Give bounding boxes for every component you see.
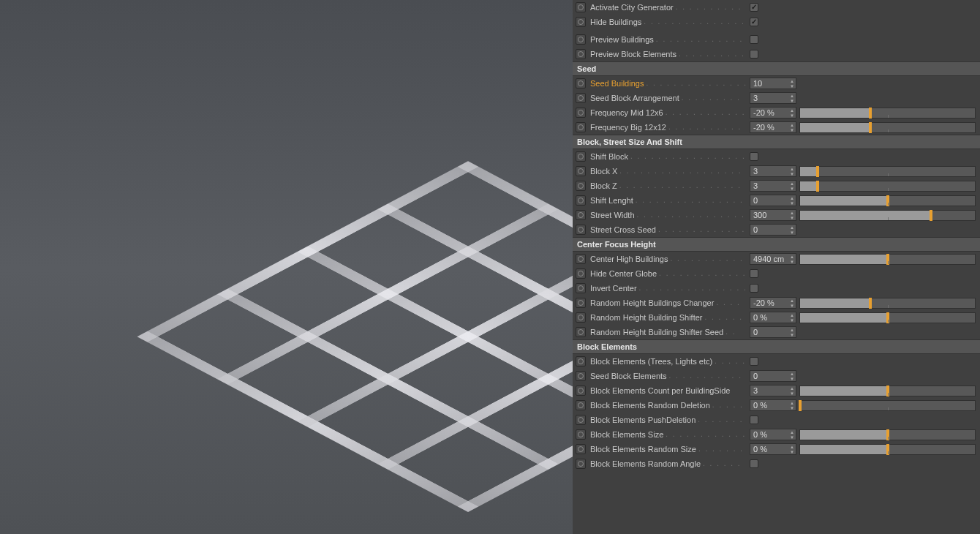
shift-block-checkbox[interactable] — [750, 152, 758, 161]
random-shifter-input[interactable]: 0 %▲▼ — [750, 312, 796, 323]
spinner-down-icon[interactable]: ▼ — [788, 435, 796, 440]
spinner-down-icon[interactable]: ▼ — [788, 259, 796, 264]
street-width-input[interactable]: 300▲▼ — [750, 209, 796, 221]
random-shifter-seed-input[interactable]: 0▲▼ — [750, 326, 796, 338]
elements-size-input[interactable]: 0 %▲▼ — [750, 429, 796, 440]
keyframe-icon[interactable] — [576, 386, 586, 396]
freq-big-input[interactable]: -20 %▲▼ — [750, 121, 796, 133]
random-size-slider[interactable] — [799, 444, 976, 455]
keyframe-icon[interactable] — [576, 49, 586, 59]
keyframe-icon[interactable] — [576, 181, 586, 191]
spinner-up-icon[interactable]: ▲ — [788, 108, 796, 113]
freq-big-slider[interactable] — [799, 122, 976, 133]
freq-mid-input[interactable]: -20 %▲▼ — [750, 107, 796, 119]
random-changer-slider[interactable] — [799, 298, 976, 309]
spinner-up-icon[interactable]: ▲ — [788, 195, 796, 200]
keyframe-icon[interactable] — [576, 356, 586, 366]
keyframe-icon[interactable] — [576, 166, 586, 176]
keyframe-icon[interactable] — [576, 93, 586, 103]
keyframe-icon[interactable] — [576, 371, 586, 381]
keyframe-icon[interactable] — [576, 210, 586, 220]
keyframe-icon[interactable] — [576, 459, 586, 469]
seed-block-arrangement-input[interactable]: 3▲▼ — [750, 92, 796, 104]
keyframe-icon[interactable] — [576, 312, 586, 323]
spinner-up-icon[interactable]: ▲ — [788, 386, 796, 391]
spinner-down-icon[interactable]: ▼ — [788, 449, 796, 454]
keyframe-icon[interactable] — [576, 17, 586, 27]
spinner-up-icon[interactable]: ▲ — [788, 327, 796, 332]
spinner-up-icon[interactable]: ▲ — [788, 181, 796, 186]
elements-size-slider[interactable] — [799, 429, 976, 440]
preview-block-elements-checkbox[interactable] — [750, 50, 758, 59]
keyframe-icon[interactable] — [576, 327, 586, 337]
freq-mid-slider[interactable] — [799, 108, 976, 119]
spinner-down-icon[interactable]: ▼ — [788, 186, 796, 191]
random-shifter-slider[interactable] — [799, 312, 976, 323]
street-cross-seed-input[interactable]: 0▲▼ — [750, 224, 796, 236]
spinner-down-icon[interactable]: ▼ — [788, 376, 796, 381]
keyframe-icon[interactable] — [576, 108, 586, 118]
spinner-down-icon[interactable]: ▼ — [788, 405, 796, 410]
spinner-up-icon[interactable]: ▲ — [788, 254, 796, 259]
keyframe-icon[interactable] — [576, 298, 586, 308]
seed-elements-input[interactable]: 0▲▼ — [750, 370, 796, 382]
spinner-up-icon[interactable]: ▲ — [788, 371, 796, 376]
spinner-up-icon[interactable]: ▲ — [788, 312, 796, 317]
keyframe-icon[interactable] — [576, 268, 586, 279]
spinner-up-icon[interactable]: ▲ — [788, 93, 796, 98]
spinner-down-icon[interactable]: ▼ — [788, 113, 796, 118]
random-deletion-input[interactable]: 0 %▲▼ — [750, 399, 796, 411]
block-z-input[interactable]: 3▲▼ — [750, 180, 796, 192]
spinner-down-icon[interactable]: ▼ — [788, 127, 796, 132]
keyframe-icon[interactable] — [576, 225, 586, 235]
count-per-side-input[interactable]: 3▲▼ — [750, 385, 796, 396]
street-width-slider[interactable] — [799, 210, 976, 221]
spinner-down-icon[interactable]: ▼ — [788, 171, 796, 176]
center-high-slider[interactable] — [799, 254, 976, 265]
keyframe-icon[interactable] — [576, 254, 586, 264]
keyframe-icon[interactable] — [576, 429, 586, 440]
random-deletion-slider[interactable] — [799, 400, 976, 411]
keyframe-icon[interactable] — [576, 283, 586, 293]
activate-checkbox[interactable] — [750, 3, 758, 12]
viewport[interactable] — [0, 0, 573, 534]
spinner-down-icon[interactable]: ▼ — [788, 83, 796, 89]
keyframe-icon[interactable] — [576, 415, 586, 425]
spinner-down-icon[interactable]: ▼ — [788, 215, 796, 220]
invert-center-checkbox[interactable] — [750, 284, 758, 293]
spinner-up-icon[interactable]: ▲ — [788, 298, 796, 303]
spinner-up-icon[interactable]: ▲ — [788, 166, 796, 171]
keyframe-icon[interactable] — [576, 78, 586, 89]
shift-length-slider[interactable] — [799, 195, 976, 206]
preview-buildings-checkbox[interactable] — [750, 35, 758, 44]
spinner-up-icon[interactable]: ▲ — [788, 122, 796, 127]
push-deletion-checkbox[interactable] — [750, 415, 758, 424]
random-size-input[interactable]: 0 %▲▼ — [750, 443, 796, 455]
spinner-up-icon[interactable]: ▲ — [788, 225, 796, 230]
spinner-up-icon[interactable]: ▲ — [788, 78, 796, 83]
keyframe-icon[interactable] — [576, 400, 586, 410]
spinner-down-icon[interactable]: ▼ — [788, 230, 796, 235]
keyframe-icon[interactable] — [576, 195, 586, 206]
block-x-slider[interactable] — [799, 166, 976, 177]
spinner-down-icon[interactable]: ▼ — [788, 391, 796, 396]
random-angle-checkbox[interactable] — [750, 459, 758, 468]
shift-length-input[interactable]: 0▲▼ — [750, 195, 796, 206]
spinner-down-icon[interactable]: ▼ — [788, 317, 796, 323]
keyframe-icon[interactable] — [576, 34, 586, 45]
spinner-down-icon[interactable]: ▼ — [788, 303, 796, 308]
keyframe-icon[interactable] — [576, 444, 586, 454]
block-x-input[interactable]: 3▲▼ — [750, 165, 796, 177]
keyframe-icon[interactable] — [576, 151, 586, 162]
block-z-slider[interactable] — [799, 181, 976, 192]
hide-globe-checkbox[interactable] — [750, 269, 758, 278]
seed-buildings-input[interactable]: 10▲▼ — [750, 78, 796, 89]
random-changer-input[interactable]: -20 %▲▼ — [750, 297, 796, 309]
spinner-up-icon[interactable]: ▲ — [788, 400, 796, 405]
keyframe-icon[interactable] — [576, 122, 586, 132]
spinner-up-icon[interactable]: ▲ — [788, 429, 796, 435]
hide-buildings-checkbox[interactable] — [750, 18, 758, 26]
keyframe-icon[interactable] — [576, 2, 586, 12]
spinner-up-icon[interactable]: ▲ — [788, 210, 796, 215]
spinner-down-icon[interactable]: ▼ — [788, 98, 796, 103]
